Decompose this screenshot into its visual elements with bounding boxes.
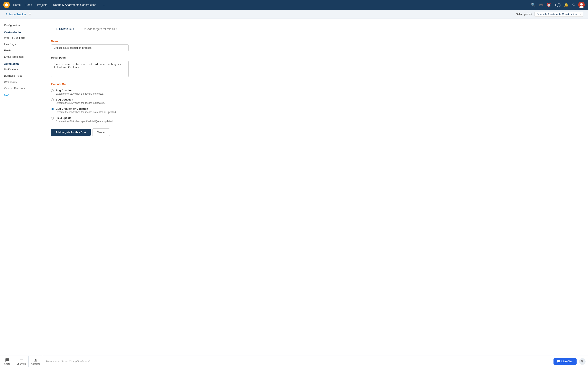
main-layout: Configuration Customization Web To Bug F… <box>0 19 588 356</box>
nav-projects[interactable]: Projects <box>37 3 47 7</box>
form-buttons: Add targets for this SLA Cancel <box>51 128 580 136</box>
radio-bug-creation-or-updation: Bug Creation or Updation Execute the SLA… <box>51 107 580 114</box>
radio-field-update-desc: Execute the SLA when specified field(s) … <box>56 120 113 123</box>
sidebar: Configuration Customization Web To Bug F… <box>0 19 43 356</box>
execute-on-section: Execute On Bug Creation Execute the SLA … <box>51 83 580 123</box>
description-label: Description <box>51 56 580 59</box>
radio-bug-creation-or-updation-title: Bug Creation or Updation <box>56 107 117 110</box>
nav-feed[interactable]: Feed <box>26 3 32 7</box>
radio-group: Bug Creation Execute the SLA when the re… <box>51 89 580 123</box>
radio-field-update: Field update Execute the SLA when specif… <box>51 117 580 123</box>
bottom-tab-chats-label: Chats <box>4 363 10 365</box>
app-logo <box>3 2 10 8</box>
avatar[interactable] <box>578 2 585 8</box>
smart-chat-input[interactable]: Here is your Smart Chat (Ctrl+Space) <box>43 360 551 363</box>
nav-links: Home Feed Projects Donnelly Apartments C… <box>13 3 107 7</box>
bottom-bar: Chats Channels Contacts Here is your Sma… <box>0 356 588 367</box>
bottom-tab-chats[interactable]: Chats <box>0 356 14 367</box>
back-label: Issue Tracker <box>9 13 26 16</box>
radio-bug-creation-title: Bug Creation <box>56 89 104 92</box>
radio-bug-updation: Bug Updation Execute the SLA when the re… <box>51 98 580 104</box>
nav-project-name: Donnelly Apartments Construction <box>53 3 96 7</box>
project-select-wrapper: Donnelly Apartments Construction <box>535 12 583 17</box>
sidebar-item-notifications[interactable]: Notifications <box>0 66 43 73</box>
radio-bug-creation-desc: Execute the SLA when the record is creat… <box>56 92 104 95</box>
bottom-tab-channels-label: Channels <box>17 363 26 365</box>
sidebar-item-configuration[interactable]: Configuration <box>0 22 43 28</box>
radio-bug-creation-or-updation-input[interactable] <box>51 108 54 110</box>
radio-bug-updation-title: Bug Updation <box>56 98 105 101</box>
radio-field-update-content: Field update Execute the SLA when specif… <box>56 117 113 123</box>
bottom-tab-channels[interactable]: Channels <box>14 356 29 367</box>
sidebar-item-email-templates[interactable]: Email Templates <box>0 54 43 60</box>
plus-icon[interactable]: +◯ <box>554 3 561 7</box>
bottom-tab-contacts-label: Contacts <box>31 363 40 365</box>
name-label: Name <box>51 40 580 43</box>
tab-create-sla[interactable]: 1. Create SLA <box>51 25 79 33</box>
project-select[interactable]: Donnelly Apartments Construction <box>535 12 583 17</box>
sidebar-item-custom-functions[interactable]: Custom Functions <box>0 85 43 92</box>
bottom-tabs: Chats Channels Contacts <box>0 356 43 367</box>
tabs: 1. Create SLA 2. Add targets for this SL… <box>51 25 580 33</box>
radio-bug-creation-input[interactable] <box>51 89 54 92</box>
gamepad-icon[interactable]: 🎮 <box>539 3 543 7</box>
select-project-label: Select project <box>516 13 532 16</box>
bell-icon[interactable]: 🔔 <box>564 3 568 7</box>
sidebar-item-link-bugs[interactable]: Link Bugs <box>0 41 43 47</box>
nav-home[interactable]: Home <box>13 3 21 7</box>
search-icon[interactable]: 🔍 <box>531 3 536 7</box>
execute-on-label: Execute On <box>51 83 580 86</box>
description-textarea[interactable]: Escalation to be carried out when a bug … <box>51 61 129 77</box>
svg-point-0 <box>5 3 8 7</box>
live-chat-label: Live Chat <box>561 360 573 363</box>
tab-add-targets[interactable]: 2. Add targets for this SLA <box>79 25 122 33</box>
description-field-group: Description Escalation to be carried out… <box>51 56 580 78</box>
sidebar-item-webhooks[interactable]: Webhooks <box>0 79 43 85</box>
bottom-search-icon[interactable] <box>579 358 586 365</box>
sub-header: Issue Tracker ▼ Select project Donnelly … <box>0 10 588 19</box>
top-icons: 🔍 🎮 ⏰ +◯ 🔔 ⚖ <box>531 2 585 8</box>
name-field-group: Name <box>51 40 580 51</box>
sidebar-item-web-to-bug-form[interactable]: Web To Bug Form <box>0 35 43 41</box>
timer-icon[interactable]: ⏰ <box>546 3 551 7</box>
back-button[interactable]: Issue Tracker <box>5 13 26 16</box>
sidebar-section-customization: Customization <box>0 28 43 35</box>
radio-bug-creation-content: Bug Creation Execute the SLA when the re… <box>56 89 104 95</box>
radio-field-update-input[interactable] <box>51 117 54 119</box>
add-targets-button[interactable]: Add targets for this SLA <box>51 129 91 136</box>
live-chat-button[interactable]: Live Chat <box>553 358 577 365</box>
chevron-icon: ▼ <box>29 13 31 16</box>
svg-point-2 <box>580 3 583 6</box>
bottom-bar-right: Live Chat <box>551 358 588 365</box>
sidebar-section-automation: Automation <box>0 60 43 66</box>
settings-icon[interactable]: ⚖ <box>572 3 575 7</box>
radio-bug-updation-content: Bug Updation Execute the SLA when the re… <box>56 98 105 104</box>
radio-bug-creation-or-updation-content: Bug Creation or Updation Execute the SLA… <box>56 107 117 114</box>
radio-field-update-title: Field update <box>56 117 113 119</box>
main-content: 1. Create SLA 2. Add targets for this SL… <box>43 19 588 356</box>
sidebar-item-fields[interactable]: Fields <box>0 47 43 54</box>
top-nav: Home Feed Projects Donnelly Apartments C… <box>0 0 588 10</box>
name-input[interactable] <box>51 44 129 51</box>
sidebar-item-business-rules[interactable]: Business Rules <box>0 73 43 79</box>
cancel-button[interactable]: Cancel <box>92 128 110 136</box>
radio-bug-creation: Bug Creation Execute the SLA when the re… <box>51 89 580 95</box>
radio-bug-updation-desc: Execute the SLA when the record is updat… <box>56 101 105 104</box>
nav-dots[interactable]: ··· <box>103 3 107 7</box>
smart-chat-placeholder: Here is your Smart Chat (Ctrl+Space) <box>46 360 90 363</box>
bottom-tab-contacts[interactable]: Contacts <box>29 356 43 367</box>
sidebar-item-sla[interactable]: SLA <box>0 92 43 98</box>
radio-bug-creation-or-updation-desc: Execute the SLA when the record is creat… <box>56 111 117 114</box>
radio-bug-updation-input[interactable] <box>51 99 54 101</box>
